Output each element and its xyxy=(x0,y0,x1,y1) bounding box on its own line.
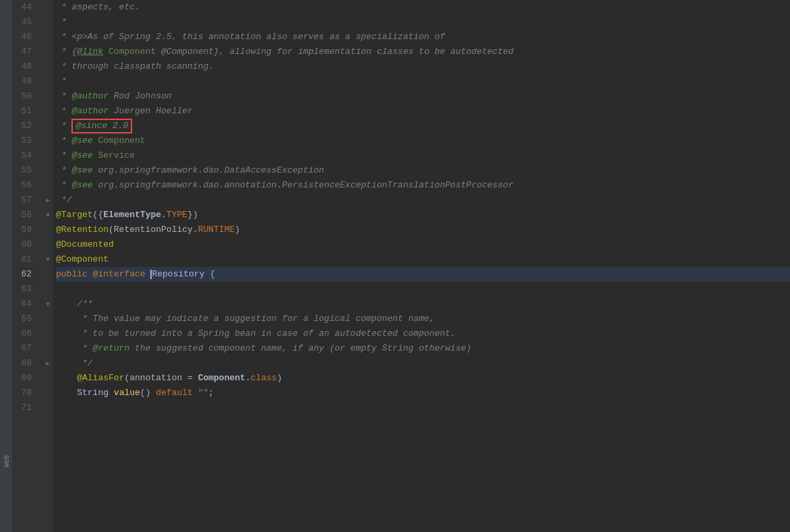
code-line-54: * @see Service xyxy=(56,148,790,163)
editor-container: Web 2: Favorites Structure 44 45 46 47 4… xyxy=(0,0,790,532)
line-num-53: 53 xyxy=(12,134,37,148)
code-line-51: * @author Juergen Hoeller xyxy=(56,104,790,119)
code-text-55b: org.springframework.dao.DataAccessExcept… xyxy=(93,163,324,178)
line-num-54: 54 xyxy=(12,148,37,163)
code-line-69: @AliasFor(annotation = Component.class) xyxy=(56,371,790,386)
code-text-56b: org.springframework.dao.annotation.Persi… xyxy=(93,178,514,193)
fold-icon-57[interactable]: ▶ xyxy=(42,193,53,208)
code-annotation-69a: @AliasFor xyxy=(77,371,124,386)
code-text-57: */ xyxy=(56,193,71,208)
code-string-70: "" xyxy=(198,386,209,401)
code-text-65: * The value may indicate a suggestion fo… xyxy=(56,312,435,326)
line-num-69: 69 xyxy=(12,371,37,386)
code-line-64: /** xyxy=(56,297,790,312)
code-text-69a xyxy=(56,371,77,386)
code-tag-53: @see xyxy=(71,134,92,148)
fold-icon-58[interactable]: ▼ xyxy=(42,208,53,223)
code-line-70: String value() default ""; xyxy=(56,386,790,401)
code-text-62b xyxy=(146,267,151,282)
code-text-46: * <p>As of Spring 2.5, this annotation a… xyxy=(56,30,445,45)
code-tag-67: @return xyxy=(93,341,130,356)
fold-icon-61[interactable]: ▼ xyxy=(42,252,53,267)
code-text-51b: Juergen Hoeller xyxy=(109,104,193,119)
code-line-58: @Target({ElementType.TYPE}) xyxy=(56,208,790,223)
code-line-55: * @see org.springframework.dao.DataAcces… xyxy=(56,163,790,178)
code-link-47: @link xyxy=(77,45,103,59)
line-num-48: 48 xyxy=(12,59,37,74)
code-text-54b xyxy=(93,148,98,163)
code-text-55a: * xyxy=(56,163,71,178)
code-annotation-61: @Component xyxy=(56,252,109,267)
code-text-52a: * xyxy=(56,119,71,134)
code-annotation-59a: @Retention xyxy=(56,223,109,237)
code-line-61: @Component xyxy=(56,252,790,267)
line-num-51: 51 xyxy=(12,104,37,119)
line-num-49: 49 xyxy=(12,74,37,89)
line-num-71: 71 xyxy=(12,401,37,415)
line-num-46: 46 xyxy=(12,30,37,45)
code-line-59: @Retention(RetentionPolicy.RUNTIME) xyxy=(56,223,790,237)
code-interface-62: Repository xyxy=(152,267,204,282)
code-line-71 xyxy=(56,401,790,415)
code-line-49: * xyxy=(56,74,790,89)
code-annotation-60: @Documented xyxy=(56,237,114,252)
code-text-67b: the suggested component name, if any (or… xyxy=(129,341,471,356)
code-line-63 xyxy=(56,282,790,297)
code-text-51a: * xyxy=(56,104,71,119)
code-text-69d: ) xyxy=(277,371,282,386)
line-num-63: 63 xyxy=(12,282,37,297)
code-keyword-70: default xyxy=(156,386,193,401)
sidebar-label-web[interactable]: Web xyxy=(2,452,12,470)
code-text-56a: * xyxy=(56,178,71,193)
line-num-45: 45 xyxy=(12,15,37,30)
line-num-62: 62 xyxy=(12,267,37,282)
code-line-56: * @see org.springframework.dao.annotatio… xyxy=(56,178,790,193)
line-num-68: 68 xyxy=(12,356,37,371)
code-tag-50: @author xyxy=(71,89,109,104)
code-text-58a: ({ xyxy=(93,208,104,223)
code-text-59b: ) xyxy=(235,223,240,237)
fold-icon-64[interactable]: ▼ xyxy=(42,297,53,312)
code-text-58c: }) xyxy=(187,208,198,223)
code-tag-52: @since xyxy=(75,121,107,131)
code-text-58b: . xyxy=(161,208,166,223)
line-num-44: 44 xyxy=(12,0,37,15)
line-num-60: 60 xyxy=(12,237,37,252)
line-numbers: 44 45 46 47 48 49 50 51 52 53 54 55 56 5… xyxy=(12,0,42,532)
code-line-68: */ xyxy=(56,356,790,371)
code-keyword-62b: @interface xyxy=(93,267,146,282)
line-num-58: 58 xyxy=(12,208,37,223)
code-text-53a: * xyxy=(56,134,71,148)
code-text-70a xyxy=(56,386,77,401)
sidebar-label-favorites[interactable]: 2: Favorites xyxy=(0,252,2,306)
code-content[interactable]: * aspects, etc. * * <p>As of Spring 2.5,… xyxy=(53,0,790,532)
code-text-44: * aspects, etc. xyxy=(56,0,140,15)
code-text-70c: () xyxy=(140,386,156,401)
code-text-52b: 2.0 xyxy=(107,121,128,131)
line-num-52: 52 xyxy=(12,119,37,134)
code-text-47c: @Component}, allowing for implementation… xyxy=(156,45,514,59)
code-tag-51: @author xyxy=(71,104,109,119)
code-method-70: value xyxy=(114,386,140,401)
code-keyword-58: TYPE xyxy=(166,208,187,223)
code-text-66: * to be turned into a Spring bean in cas… xyxy=(56,326,456,341)
line-num-65: 65 xyxy=(12,312,37,326)
code-classname-47: Component xyxy=(109,45,156,59)
code-line-53: * @see Component xyxy=(56,134,790,148)
line-num-55: 55 xyxy=(12,163,37,178)
code-line-50: * @author Rod Johnson xyxy=(56,89,790,104)
code-text-70e: ; xyxy=(208,386,214,401)
fold-icon-68[interactable]: ▶ xyxy=(42,356,53,371)
code-line-60: @Documented xyxy=(56,237,790,252)
code-line-67: * @return the suggested component name, … xyxy=(56,341,790,356)
code-text-67a: * xyxy=(56,341,93,356)
code-tag-54: @see xyxy=(71,148,92,163)
line-num-57: 57 xyxy=(12,193,37,208)
code-tag-56: @see xyxy=(71,178,92,193)
code-line-52: * @since 2.0 xyxy=(56,119,790,134)
code-classname-54: Service xyxy=(98,148,135,163)
code-line-66: * to be turned into a Spring bean in cas… xyxy=(56,326,790,341)
code-text-69b: (annotation = xyxy=(124,371,198,386)
code-keyword-69: class xyxy=(251,371,277,386)
code-text-49: * xyxy=(56,74,67,89)
